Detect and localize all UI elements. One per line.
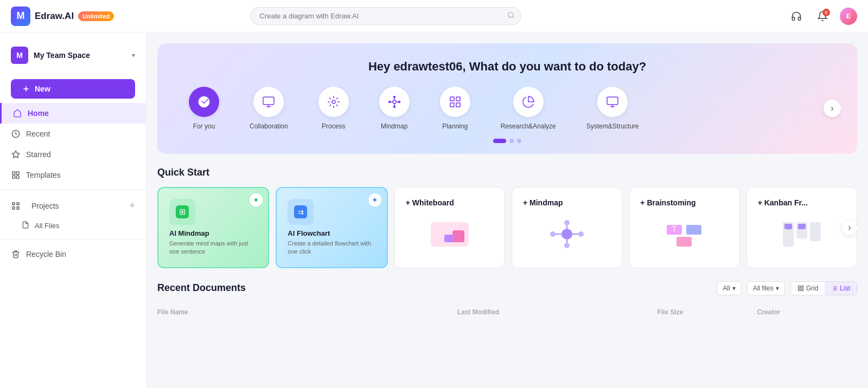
sidebar-item-projects[interactable]: Projects + — [0, 195, 146, 217]
category-label: Mindmap — [381, 122, 407, 130]
svg-rect-27 — [607, 97, 618, 105]
search-icon — [507, 11, 515, 21]
ai-spark-green: ✦ — [250, 193, 263, 206]
recent-docs-section: Recent Documents All ▾ All files ▾ Grid — [157, 281, 857, 321]
qs-card-whiteboard[interactable]: + Whiteboard — [394, 187, 505, 268]
category-label: For you — [193, 122, 215, 130]
logo[interactable]: M Edraw.AI Unlimited — [11, 7, 114, 26]
hero-scroll-right-button[interactable]: › — [824, 100, 841, 117]
filter-files-dropdown[interactable]: All files ▾ — [747, 281, 785, 295]
chevron-down-icon: ▾ — [132, 51, 135, 59]
logo-icon: M — [11, 7, 30, 26]
svg-rect-10 — [263, 97, 274, 105]
category-for-you[interactable]: For you — [174, 87, 234, 130]
home-icon — [12, 108, 22, 118]
filter-files-chevron: ▾ — [776, 284, 779, 292]
new-button-label: New — [35, 85, 50, 93]
bell-icon[interactable]: 6 — [814, 8, 831, 25]
sidebar-item-all-files[interactable]: All Files — [0, 217, 146, 235]
svg-rect-55 — [798, 289, 800, 291]
svg-point-43 — [578, 231, 584, 237]
search-bar — [250, 7, 521, 25]
team-space[interactable]: M My Team Space ▾ — [0, 41, 146, 69]
topbar: M Edraw.AI Unlimited 6 E — [0, 0, 868, 33]
qs-card-ai-flowchart[interactable]: ✦ ⇉ AI Flowchart Create a detailed flowc… — [276, 187, 387, 268]
category-icon-planning — [440, 87, 470, 117]
sidebar: M My Team Space ▾ New Home Recent — [0, 33, 146, 388]
sidebar-item-starred[interactable]: Starred — [0, 144, 146, 165]
svg-rect-34 — [444, 235, 454, 242]
quick-start-scroll-right-button[interactable]: › — [842, 220, 857, 235]
view-toggle: Grid List — [790, 281, 857, 295]
category-process[interactable]: Process — [303, 87, 364, 130]
app-name: Edraw.AI — [35, 11, 74, 22]
hero-title: Hey edrawtest06, What do you want to do … — [174, 60, 841, 74]
svg-text:⊞: ⊞ — [179, 208, 186, 216]
category-icon-for-you — [189, 87, 219, 117]
svg-rect-52 — [798, 224, 806, 229]
view-grid-button[interactable]: Grid — [791, 282, 825, 295]
sidebar-item-label: All Files — [35, 222, 60, 230]
sidebar-item-recent[interactable]: Recent — [0, 124, 146, 144]
svg-rect-56 — [801, 289, 803, 291]
ai-spark-blue: ✦ — [368, 193, 381, 206]
qs-card-brainstoming[interactable]: + Brainstoming T — [629, 187, 739, 268]
svg-point-21 — [388, 101, 390, 103]
projects-icon — [11, 201, 21, 211]
ai-flowchart-title: AI Flowchart — [288, 229, 375, 237]
col-creator: Creator — [757, 308, 857, 316]
category-label: Collaboration — [250, 122, 288, 130]
recent-docs-title: Recent Documents — [157, 282, 717, 294]
view-list-label: List — [840, 284, 850, 292]
whiteboard-label: + Whiteboard — [406, 198, 454, 207]
quick-start-section: Quick Start ✦ ⊞ AI Mindmap Generate mind… — [157, 167, 857, 268]
headset-icon[interactable] — [788, 8, 805, 25]
hero-dot-3[interactable] — [517, 139, 521, 143]
svg-rect-53 — [798, 286, 800, 288]
svg-rect-8 — [12, 176, 15, 178]
sidebar-item-label: Templates — [26, 171, 61, 179]
hero-categories: For you Collaboration Process — [174, 87, 841, 130]
sidebar-item-label: Recycle Bin — [26, 250, 66, 258]
qs-card-ai-mindmap[interactable]: ✦ ⊞ AI Mindmap Generate mind maps with j… — [157, 187, 269, 268]
svg-rect-51 — [784, 224, 792, 229]
sidebar-item-label: Home — [28, 109, 49, 118]
recent-filters: All ▾ All files ▾ Grid — [717, 281, 857, 295]
ai-flowchart-icon: ⇉ — [288, 199, 314, 225]
hero-dot-2[interactable] — [509, 139, 514, 143]
recycle-icon — [11, 249, 21, 259]
category-research[interactable]: Research&Analyze — [486, 87, 571, 130]
svg-rect-45 — [686, 225, 701, 235]
quick-start-grid: ✦ ⊞ AI Mindmap Generate mind maps with j… — [157, 187, 857, 268]
qs-card-kanban[interactable]: + Kanban Fr... — [746, 187, 857, 268]
sidebar-item-recycle-bin[interactable]: Recycle Bin — [0, 244, 146, 264]
mindmap-image — [545, 212, 589, 257]
category-planning[interactable]: Planning — [425, 87, 486, 130]
star-icon — [11, 150, 21, 159]
sidebar-item-templates[interactable]: Templates — [0, 165, 146, 185]
hero-dots — [174, 139, 841, 143]
sidebar-item-home[interactable]: Home — [0, 103, 146, 124]
new-button[interactable]: New — [11, 79, 135, 99]
sidebar-divider — [0, 190, 146, 190]
qs-card-mindmap[interactable]: + Mindmap — [512, 187, 622, 268]
category-system[interactable]: System&Structure — [571, 87, 654, 130]
sidebar-divider-2 — [0, 239, 146, 240]
category-collaboration[interactable]: Collaboration — [234, 87, 303, 130]
category-mindmap[interactable]: Mindmap — [364, 87, 425, 130]
add-project-icon[interactable]: + — [129, 200, 135, 211]
view-grid-label: Grid — [806, 284, 819, 292]
svg-marker-5 — [12, 151, 19, 158]
category-label: Process — [322, 122, 345, 130]
svg-rect-46 — [676, 237, 692, 247]
category-label: Research&Analyze — [501, 122, 556, 130]
view-list-button[interactable]: List — [825, 282, 857, 295]
filter-all-dropdown[interactable]: All ▾ — [717, 281, 741, 295]
hero-dot-1[interactable] — [493, 139, 506, 143]
search-input[interactable] — [250, 7, 521, 25]
svg-point-37 — [564, 220, 570, 225]
avatar[interactable]: E — [840, 8, 857, 25]
sidebar-item-label: Recent — [26, 130, 50, 138]
brainstoming-label: + Brainstoming — [640, 198, 695, 207]
whiteboard-image — [428, 212, 471, 257]
